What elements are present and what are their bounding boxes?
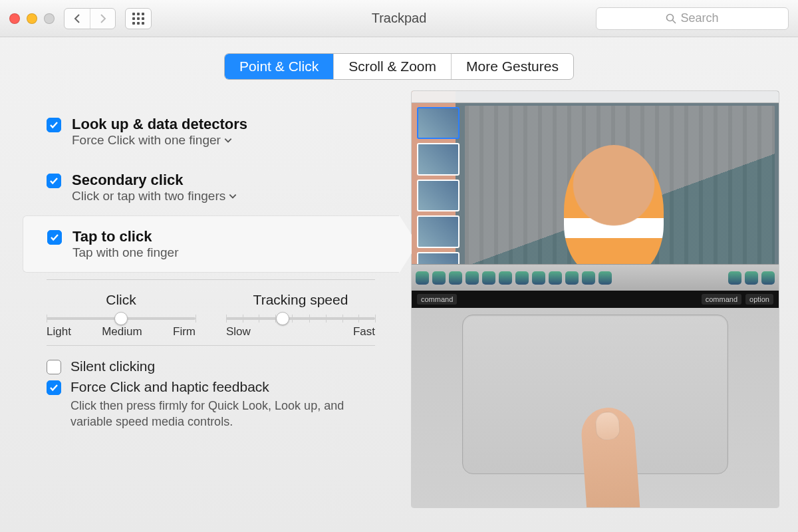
divider <box>47 345 375 346</box>
option-silent-clicking[interactable]: Silent clicking <box>47 358 375 374</box>
checkbox-secondary-click[interactable] <box>47 174 61 188</box>
option-subtitle-dropdown[interactable]: Force Click with one finger <box>72 133 247 148</box>
forward-button[interactable] <box>90 9 115 29</box>
svg-point-0 <box>667 14 674 21</box>
tracking-slider-block: Tracking speed Slow Fast <box>226 292 375 338</box>
preview-menubar <box>412 91 779 103</box>
option-title: Tap to click <box>72 228 179 245</box>
option-label: Silent clicking <box>70 358 155 374</box>
gesture-preview: command command option <box>411 90 779 508</box>
window-body: Point & Click Scroll & Zoom More Gesture… <box>0 37 798 508</box>
checkbox-lookup[interactable] <box>47 118 61 132</box>
checkbox-silent-clicking[interactable] <box>47 360 61 374</box>
back-button[interactable] <box>65 9 90 29</box>
option-tap-to-click[interactable]: Tap to click Tap with one finger <box>23 215 399 273</box>
bottom-options: Silent clicking Force Click and haptic f… <box>23 358 399 430</box>
force-click-description: Click then press firmly for Quick Look, … <box>47 398 366 430</box>
minimize-window-button[interactable] <box>27 13 37 24</box>
checkmark-icon <box>49 383 59 392</box>
checkmark-icon <box>49 120 59 130</box>
tracking-slider[interactable] <box>226 317 375 320</box>
search-icon <box>666 13 676 24</box>
search-field[interactable]: Search <box>596 7 789 30</box>
click-slider-thumb[interactable] <box>114 312 128 325</box>
tracking-slider-label: Tracking speed <box>226 292 375 308</box>
option-label: Force Click and haptic feedback <box>70 379 269 395</box>
window-title: Trackpad <box>372 11 427 26</box>
show-all-button[interactable] <box>125 8 152 29</box>
option-secondary-click[interactable]: Secondary click Click or tap with two fi… <box>23 160 399 215</box>
tab-point-and-click[interactable]: Point & Click <box>225 54 333 79</box>
grid-icon <box>132 13 144 25</box>
content-area: Look up & data detectors Force Click wit… <box>0 80 798 508</box>
titlebar: Trackpad Search <box>0 0 798 37</box>
preview-screen <box>412 91 779 291</box>
tab-scroll-and-zoom[interactable]: Scroll & Zoom <box>333 54 451 79</box>
chevron-left-icon <box>73 13 81 24</box>
sliders-row: Click Light Medium Firm Tracking speed <box>23 292 399 338</box>
divider <box>47 279 375 280</box>
option-title: Look up & data detectors <box>72 116 247 133</box>
option-subtitle-dropdown[interactable]: Click or tap with two fingers <box>72 189 237 203</box>
search-placeholder: Search <box>680 11 718 25</box>
chevron-down-icon <box>223 136 233 145</box>
option-list: Look up & data detectors Force Click wit… <box>23 104 399 273</box>
click-slider-block: Click Light Medium Firm <box>47 292 196 338</box>
click-slider-label: Click <box>47 292 196 308</box>
option-title: Secondary click <box>72 172 237 189</box>
click-slider-scale: Light Medium Firm <box>47 325 196 338</box>
tab-bar: Point & Click Scroll & Zoom More Gesture… <box>0 53 798 80</box>
traffic-lights <box>9 13 55 24</box>
option-force-click[interactable]: Force Click and haptic feedback <box>47 378 375 395</box>
tracking-slider-thumb[interactable] <box>276 312 289 325</box>
nav-back-forward <box>64 8 116 29</box>
preview-trackpad-area <box>412 308 779 507</box>
tab-more-gestures[interactable]: More Gestures <box>451 54 573 79</box>
click-slider[interactable] <box>47 317 196 320</box>
preview-thumbnails <box>417 107 460 284</box>
zoom-window-button[interactable] <box>44 13 55 24</box>
svg-line-1 <box>673 20 676 23</box>
preview-photo <box>465 106 775 285</box>
checkmark-icon <box>49 176 59 186</box>
tracking-slider-scale: Slow Fast <box>226 325 375 338</box>
chevron-down-icon <box>228 192 237 201</box>
checkmark-icon <box>50 233 59 242</box>
option-subtitle: Tap with one finger <box>72 245 179 260</box>
preview-column: command command option <box>411 90 783 508</box>
checkbox-tap-to-click[interactable] <box>47 230 62 245</box>
preview-keyboard-row: command command option <box>412 291 779 308</box>
preview-dock <box>412 264 779 291</box>
close-window-button[interactable] <box>9 13 20 24</box>
option-lookup[interactable]: Look up & data detectors Force Click wit… <box>23 104 399 160</box>
checkbox-force-click[interactable] <box>47 380 61 395</box>
options-column: Look up & data detectors Force Click wit… <box>0 90 399 508</box>
chevron-right-icon <box>99 13 107 24</box>
